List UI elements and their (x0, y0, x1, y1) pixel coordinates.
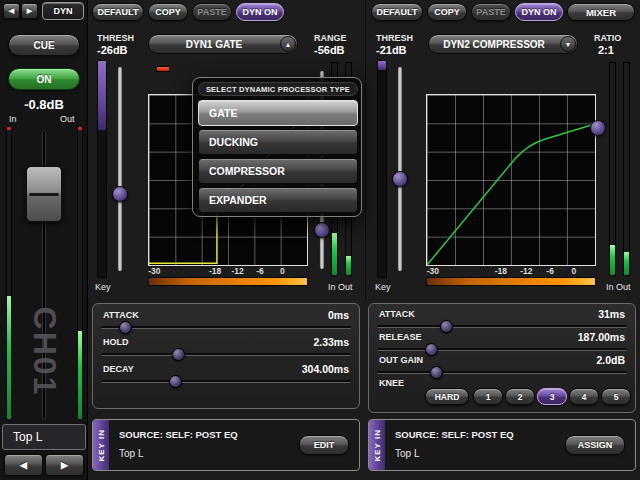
dyn1-threshold-track[interactable] (117, 66, 123, 272)
menu-option-label: GATE (209, 107, 237, 119)
mixer-button[interactable]: MIXER (567, 3, 635, 21)
down-arrow-glyph: ▼ (565, 41, 572, 48)
dyn2-outgain-marker[interactable] (588, 66, 608, 272)
dyn1-decay-slider[interactable] (101, 375, 351, 388)
tick-label: -6 (546, 266, 554, 276)
dyn2-outgain-thumb[interactable] (590, 120, 606, 136)
dyn1-keyin-edit-button[interactable]: EDIT (299, 435, 349, 455)
slider-track[interactable] (101, 353, 351, 356)
dyn1-thresh-value: -26dB (97, 44, 128, 56)
channel-in-meter (6, 126, 12, 420)
slider-thumb[interactable] (440, 320, 453, 333)
dyn2-default-button[interactable]: DEFAULT (371, 3, 423, 21)
nav-next-button[interactable]: ▶ (21, 3, 38, 19)
knee-hard-button[interactable]: HARD (425, 388, 469, 405)
dyn2-outgain-slider[interactable] (377, 366, 627, 379)
dyn1-gain-reduction-meter (97, 60, 107, 278)
dyn2-paste-button[interactable]: PASTE (471, 3, 511, 21)
nav-prev-button[interactable]: ◀ (3, 3, 20, 19)
slider-thumb[interactable] (425, 343, 438, 356)
dyn1-hold-slider[interactable] (101, 348, 351, 361)
dyn1-paste-button[interactable]: PASTE (192, 3, 232, 21)
dyn2-type-selector[interactable]: DYN2 COMPRESSOR ▼ (428, 34, 578, 54)
channel-prev-button[interactable]: ◀ (4, 454, 43, 476)
dyn1-threshold-thumb[interactable] (112, 186, 128, 202)
dyn1-range-value: -56dB (314, 44, 345, 56)
dyn1-threshold-slider[interactable] (110, 66, 130, 272)
dyn1-keyin-meter (148, 277, 308, 286)
cue-button[interactable]: CUE (8, 34, 80, 56)
keyin-tab-label: KEY IN (97, 429, 106, 462)
dyn2-keyin-assign-button[interactable]: ASSIGN (565, 435, 625, 455)
channel-on-button[interactable]: ON (8, 68, 80, 90)
dyn1-hold-label: HOLD (103, 337, 129, 347)
slider-track[interactable] (101, 326, 351, 329)
menu-option-expander[interactable]: EXPANDER (198, 187, 358, 213)
channel-name-label: Top L (13, 430, 42, 444)
dyn2-copy-button[interactable]: COPY (427, 3, 467, 21)
dyn1-inout-label: In Out (328, 282, 353, 292)
meter-level-fill (610, 245, 615, 275)
dyn1-on-button[interactable]: DYN ON (236, 3, 284, 21)
dyn1-default-button[interactable]: DEFAULT (92, 3, 144, 21)
slider-thumb[interactable] (169, 375, 182, 388)
dyn1-keyin-source: SOURCE: SELF: POST EQ (119, 429, 238, 440)
dyn1-range-thumb[interactable] (314, 222, 330, 238)
dyn1-params-panel: ATTACK 0ms HOLD 2.33ms DECAY 304.00ms (92, 303, 360, 409)
meter-level-fill (332, 233, 337, 275)
meter-in-label: In (9, 114, 17, 124)
dyn2-attack-label: ATTACK (379, 309, 415, 319)
dyn2-threshold-thumb[interactable] (392, 171, 408, 187)
fader-gain-readout: -0.8dB (0, 97, 88, 112)
knee-option-label: 1 (486, 392, 491, 402)
slider-track[interactable] (377, 371, 627, 374)
dyn2-ratio-label: RATIO (594, 33, 621, 43)
edit-label: EDIT (314, 440, 335, 450)
dyn1-copy-button[interactable]: COPY (148, 3, 188, 21)
knee-2-button[interactable]: 2 (505, 388, 535, 405)
knee-3-button[interactable]: 3 (537, 388, 567, 405)
dyn2-threshold-slider[interactable] (390, 66, 410, 272)
menu-option-ducking[interactable]: DUCKING (198, 129, 358, 155)
tick-label: 0 (572, 266, 577, 276)
dyn1-on-label: DYN ON (242, 7, 277, 17)
dyn2-key-label: Key (375, 282, 391, 292)
dyn2-keyin-source: SOURCE: SELF: POST EQ (395, 429, 514, 440)
tick-label: -18 (495, 266, 507, 276)
menu-option-gate[interactable]: GATE (198, 100, 358, 126)
dyn2-transfer-graph (426, 94, 596, 266)
meter-level-fill (78, 331, 82, 419)
meter-level-fill (7, 296, 11, 419)
dyn1-db-scale: -30 -18 -12 -6 0 (148, 266, 308, 276)
section-divider (365, 0, 366, 300)
slider-thumb[interactable] (172, 348, 185, 361)
knee-1-button[interactable]: 1 (473, 388, 503, 405)
knee-4-button[interactable]: 4 (569, 388, 599, 405)
dyn1-attack-slider[interactable] (101, 321, 351, 334)
channel-fader-cap[interactable] (26, 166, 62, 222)
mixer-label: MIXER (586, 7, 616, 18)
dyn2-on-button[interactable]: DYN ON (515, 3, 563, 21)
up-arrow-icon[interactable]: ▲ (280, 36, 296, 52)
dyn-view-button[interactable]: DYN (42, 2, 84, 20)
slider-track[interactable] (377, 348, 627, 351)
dyn2-threshold-track[interactable] (397, 66, 403, 272)
dynamics-editor-screen: ◀ ▶ DYN CUE ON -0.8dB In Out CH01 Top L (0, 0, 640, 480)
slider-track[interactable] (377, 325, 627, 328)
menu-option-compressor[interactable]: COMPRESSOR (198, 158, 358, 184)
slider-thumb[interactable] (430, 366, 443, 379)
down-arrow-icon[interactable]: ▼ (560, 36, 576, 52)
knee-option-label: HARD (435, 392, 460, 402)
channel-next-button[interactable]: ▶ (45, 454, 84, 476)
dyn2-knee-label: KNEE (379, 378, 404, 388)
dyn2-compressor-curve (427, 95, 595, 265)
dyn2-db-scale: -30 -18 -12 -6 0 (426, 266, 596, 276)
slider-track[interactable] (101, 380, 351, 383)
slider-thumb[interactable] (119, 321, 132, 334)
dyn1-type-selector[interactable]: DYN1 GATE ▲ (148, 34, 298, 54)
knee-5-button[interactable]: 5 (601, 388, 631, 405)
dyn2-default-label: DEFAULT (377, 7, 418, 17)
channel-name-box[interactable]: Top L (2, 424, 86, 450)
cue-label: CUE (33, 40, 54, 51)
channel-on-label: ON (37, 74, 52, 85)
